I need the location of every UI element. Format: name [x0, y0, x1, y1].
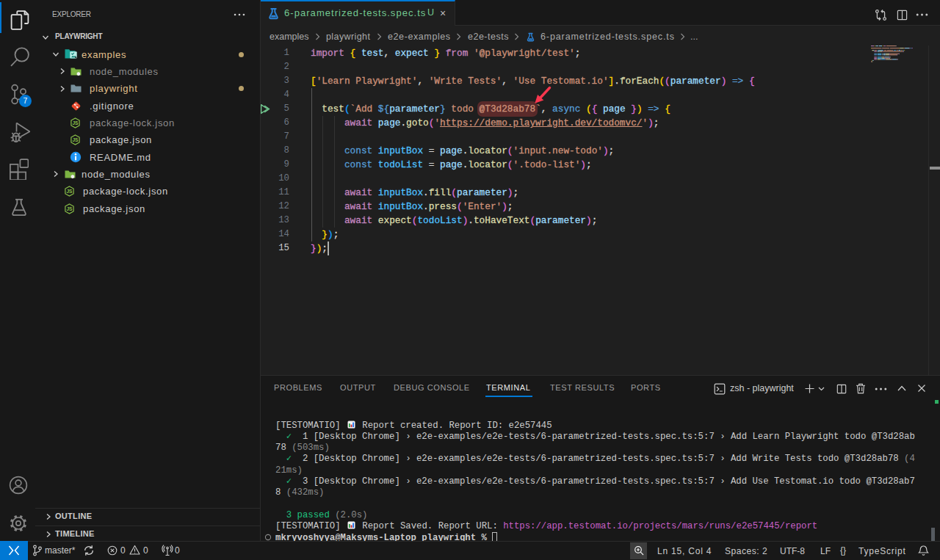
svg-text:JS: JS	[72, 120, 79, 126]
svg-text:JS: JS	[72, 137, 79, 142]
svg-text:JS: JS	[66, 206, 73, 211]
svg-text:JS: JS	[66, 189, 73, 194]
